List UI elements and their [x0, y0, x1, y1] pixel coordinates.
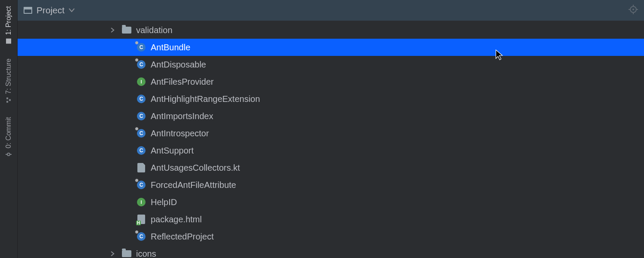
project-view-icon: [24, 7, 32, 14]
tree-row-label: AntFilesProvider: [151, 77, 214, 87]
svg-rect-0: [6, 39, 11, 44]
tree-row[interactable]: CAntSupport: [18, 142, 644, 159]
tree-row[interactable]: CReflectedProject: [18, 228, 644, 245]
tree-row-label: AntHighlightRangeExtension: [151, 94, 260, 104]
class-icon: C: [136, 180, 146, 190]
tree-row-label: HelpID: [151, 197, 177, 207]
tree-row-label: icons: [136, 249, 156, 258]
project-tree[interactable]: validationCAntBundleCAntDisposableIAntFi…: [18, 21, 644, 258]
chevron-down-icon[interactable]: [69, 8, 75, 12]
interface-icon: I: [136, 197, 146, 207]
class-icon: C: [136, 128, 146, 138]
locate-target-icon[interactable]: [629, 5, 638, 16]
tree-row[interactable]: CAntDisposable: [18, 56, 644, 73]
tree-row-label: ReflectedProject: [151, 232, 214, 242]
tree-row-label: package.html: [151, 215, 202, 224]
structure-icon: [5, 96, 12, 103]
tree-row-label: ForcedAntFileAttribute: [151, 180, 236, 190]
interface-icon: I: [136, 77, 146, 87]
toolwindow-tab-structure[interactable]: 7: Structure: [5, 55, 12, 107]
tree-row-label: validation: [136, 25, 173, 35]
tree-row-label: AntIntrospector: [151, 129, 209, 138]
folder-icon: [122, 25, 132, 35]
left-tool-strip: 1: Project 7: Structure 0: Commit: [0, 0, 18, 258]
svg-rect-2: [6, 97, 8, 99]
toolwindow-tab-commit[interactable]: 0: Commit: [5, 114, 12, 161]
project-panel-header: Project: [18, 0, 644, 21]
tree-row[interactable]: CAntIntrospector: [18, 125, 644, 142]
tree-row[interactable]: IAntFilesProvider: [18, 73, 644, 90]
html-icon: [136, 214, 146, 224]
tree-row-label: AntImportsIndex: [151, 111, 213, 121]
project-view-title[interactable]: Project: [36, 5, 64, 15]
tree-row[interactable]: CForcedAntFileAttribute: [18, 176, 644, 194]
tree-row[interactable]: CAntImportsIndex: [18, 108, 644, 125]
chevron-right-icon[interactable]: [108, 27, 117, 33]
tree-row-label: AntDisposable: [151, 60, 206, 70]
tree-row[interactable]: CAntHighlightRangeExtension: [18, 90, 644, 108]
toolwindow-tab-label: 0: Commit: [5, 117, 12, 148]
tree-row[interactable]: package.html: [18, 211, 644, 228]
tree-row[interactable]: AntUsagesCollectors.kt: [18, 159, 644, 176]
toolwindow-tab-label: 1: Project: [5, 6, 12, 35]
svg-rect-3: [9, 99, 11, 101]
ide-root: 1: Project 7: Structure 0: Commit Projec…: [0, 0, 644, 258]
class-icon: C: [136, 231, 146, 242]
commit-icon: [5, 151, 12, 158]
chevron-right-icon[interactable]: [108, 251, 117, 257]
tree-row[interactable]: CAntBundle: [18, 39, 644, 56]
toolwindow-tab-label: 7: Structure: [5, 58, 12, 94]
svg-rect-1: [6, 101, 8, 102]
project-panel: Project validationCAntBundleCAntDisposab…: [18, 0, 644, 258]
kt-icon: [136, 163, 146, 173]
class-icon: C: [136, 59, 146, 70]
svg-point-4: [7, 153, 10, 156]
svg-point-8: [632, 9, 634, 10]
tree-row[interactable]: icons: [18, 245, 644, 258]
tree-row[interactable]: validation: [18, 22, 644, 39]
tree-row-label: AntUsagesCollectors.kt: [151, 163, 240, 173]
tree-row[interactable]: IHelpID: [18, 194, 644, 211]
class-icon: C: [136, 42, 146, 52]
folder-icon: [122, 249, 132, 258]
class-icon: C: [136, 145, 146, 156]
toolwindow-tab-project[interactable]: 1: Project: [5, 3, 12, 48]
class-icon: C: [136, 94, 146, 104]
project-view-icon: [5, 38, 12, 45]
tree-row-label: AntSupport: [151, 146, 194, 156]
tree-row-label: AntBundle: [151, 43, 190, 52]
class-icon: C: [136, 111, 146, 121]
